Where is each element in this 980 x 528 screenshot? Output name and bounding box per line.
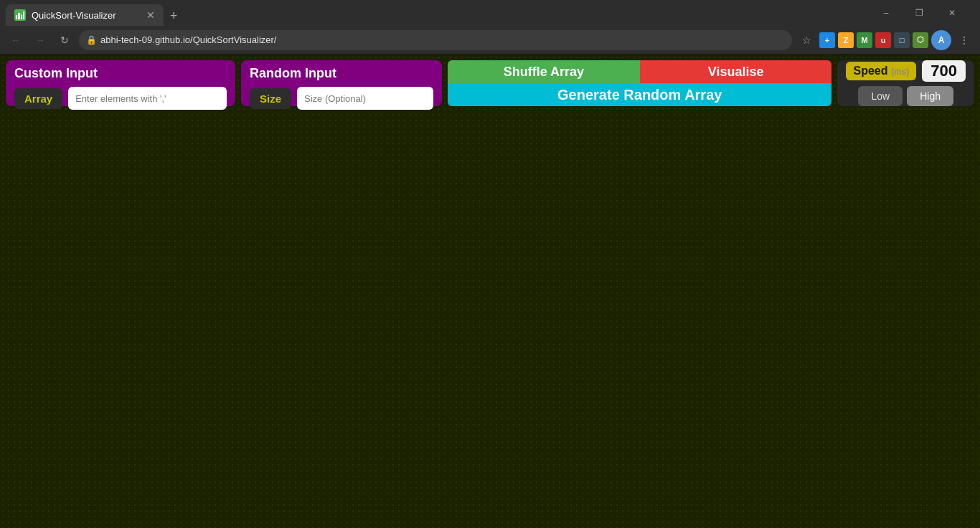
profile-icon[interactable]: A bbox=[931, 30, 951, 50]
active-tab[interactable]: QuickSort-Visualizer ✕ bbox=[6, 4, 164, 26]
speed-header: Speed (ms) 700 bbox=[846, 60, 966, 82]
size-input[interactable] bbox=[297, 87, 433, 110]
array-input-row: Array bbox=[14, 87, 227, 110]
low-speed-button[interactable]: Low bbox=[858, 86, 903, 106]
ext-icon-5[interactable]: □ bbox=[894, 32, 910, 48]
ext-icon-4[interactable]: u bbox=[875, 32, 891, 48]
speed-value: 700 bbox=[922, 60, 966, 82]
high-speed-button[interactable]: High bbox=[907, 86, 953, 106]
tab-close-button[interactable]: ✕ bbox=[146, 9, 155, 21]
back-button[interactable]: ← bbox=[6, 30, 26, 50]
restore-button[interactable]: ❐ bbox=[903, 0, 936, 26]
close-button[interactable]: ✕ bbox=[936, 0, 969, 26]
speed-buttons: Low High bbox=[858, 86, 953, 106]
app-toolbar: Custom Input Array Random Input Size Shu… bbox=[0, 55, 980, 112]
random-input-section: Random Input Size bbox=[241, 60, 442, 106]
generate-button[interactable]: Generate Random Array bbox=[448, 83, 831, 106]
custom-input-section: Custom Input Array bbox=[6, 60, 235, 106]
speed-section: Speed (ms) 700 Low High bbox=[837, 60, 974, 106]
forward-button[interactable]: → bbox=[30, 30, 50, 50]
custom-input-title: Custom Input bbox=[14, 66, 227, 81]
minimize-button[interactable]: – bbox=[870, 0, 903, 26]
shuffle-button[interactable]: Shuffle Array bbox=[448, 60, 640, 83]
random-input-title: Random Input bbox=[250, 66, 433, 81]
tab-bar: QuickSort-Visualizer ✕ + – ❐ ✕ bbox=[0, 0, 980, 26]
size-label: Size bbox=[250, 88, 291, 109]
array-label: Array bbox=[14, 88, 62, 109]
ext-icon-1[interactable]: + bbox=[819, 32, 835, 48]
ext-icon-2[interactable]: Z bbox=[838, 32, 854, 48]
address-input[interactable] bbox=[79, 30, 792, 50]
bookmark-icon[interactable]: ☆ bbox=[796, 30, 816, 50]
top-action-row: Shuffle Array Visualise bbox=[448, 60, 831, 83]
tab-title: QuickSort-Visualizer bbox=[32, 10, 116, 21]
size-input-row: Size bbox=[250, 87, 433, 110]
browser-window: QuickSort-Visualizer ✕ + – ❐ ✕ ← → ↻ 🔒 ☆… bbox=[0, 0, 980, 528]
address-wrap: 🔒 bbox=[79, 30, 792, 50]
tab-favicon-icon bbox=[14, 9, 26, 21]
page-content: Custom Input Array Random Input Size Shu… bbox=[0, 55, 980, 528]
action-section: Shuffle Array Visualise Generate Random … bbox=[448, 60, 831, 106]
array-input[interactable] bbox=[68, 87, 227, 110]
ext-icon-3[interactable]: M bbox=[857, 32, 872, 48]
speed-label: Speed (ms) bbox=[846, 62, 916, 80]
toolbar-icons: ☆ + Z M u □ ⬡ A ⋮ bbox=[796, 30, 974, 50]
address-bar: ← → ↻ 🔒 ☆ + Z M u □ ⬡ A ⋮ bbox=[0, 26, 980, 55]
ext-icon-6[interactable]: ⬡ bbox=[913, 32, 928, 48]
window-controls: – ❐ ✕ bbox=[870, 0, 974, 26]
refresh-button[interactable]: ↻ bbox=[55, 30, 75, 50]
visualise-button[interactable]: Visualise bbox=[640, 60, 832, 83]
menu-button[interactable]: ⋮ bbox=[954, 30, 974, 50]
new-tab-button[interactable]: + bbox=[164, 6, 184, 26]
